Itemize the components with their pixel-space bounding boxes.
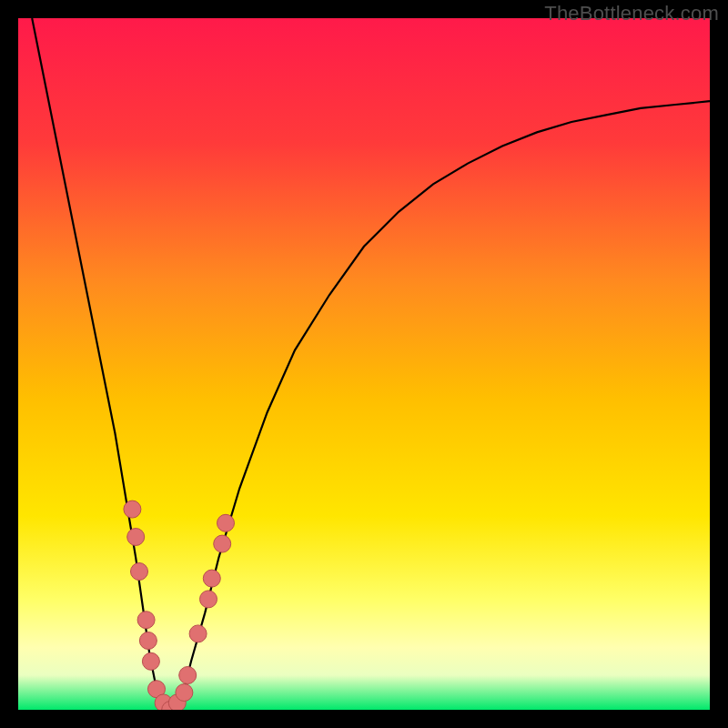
data-point xyxy=(131,563,148,581)
data-point xyxy=(176,684,193,702)
data-point xyxy=(139,632,157,650)
data-point xyxy=(137,612,155,629)
data-point xyxy=(142,652,159,670)
data-point xyxy=(127,529,145,546)
data-point xyxy=(203,570,220,587)
bottleneck-chart xyxy=(18,18,710,710)
data-point xyxy=(179,667,197,684)
watermark-text: TheBottleneck.com xyxy=(544,2,719,25)
data-point xyxy=(214,535,231,552)
data-point xyxy=(189,625,207,642)
chart-frame xyxy=(18,18,710,710)
data-point xyxy=(200,591,217,608)
data-point xyxy=(124,500,141,518)
gradient-background xyxy=(18,18,710,710)
data-point xyxy=(217,514,235,531)
